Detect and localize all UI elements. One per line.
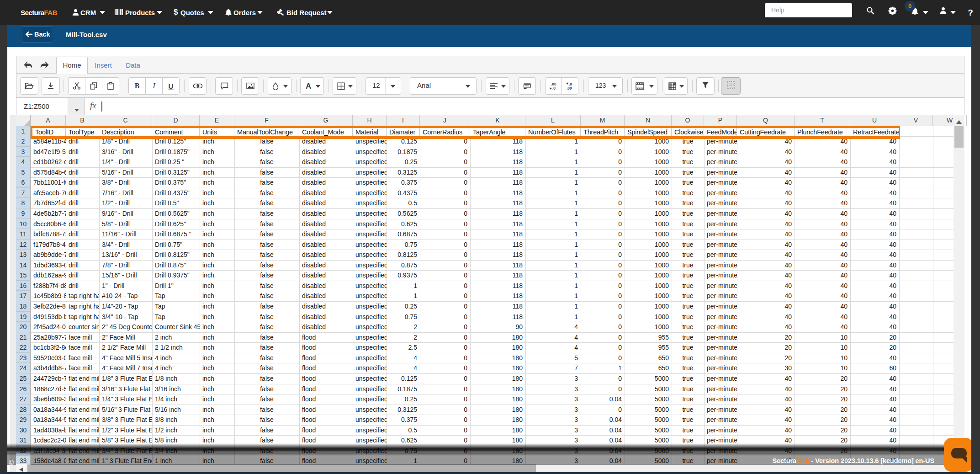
svg-text:.00: .00 — [567, 86, 572, 90]
svg-text:.0: .0 — [552, 86, 556, 90]
svg-text:.00: .00 — [551, 82, 556, 86]
svg-text:.0: .0 — [569, 82, 572, 86]
